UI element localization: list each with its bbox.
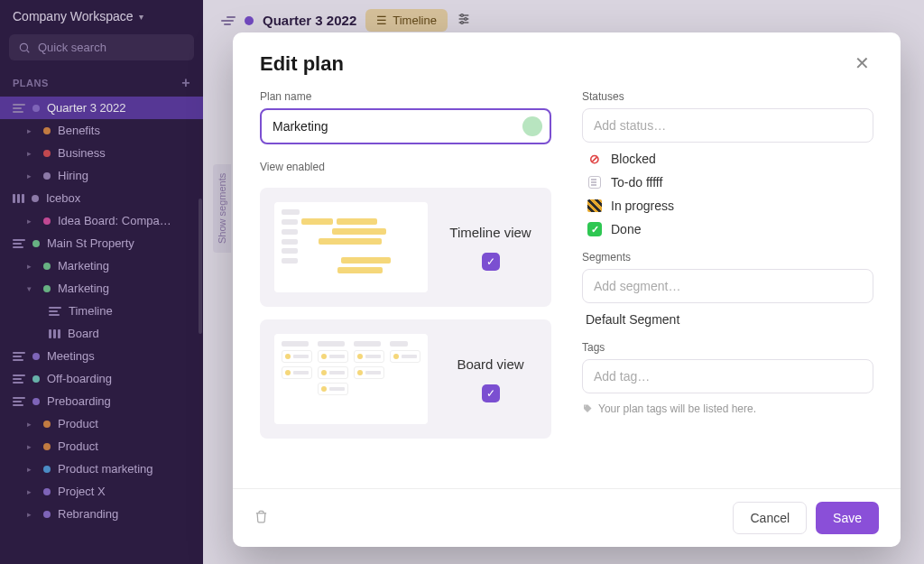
status-label: Blocked <box>611 152 656 166</box>
view-name-board: Board view <box>444 356 537 372</box>
segments-label: Segments <box>582 251 873 264</box>
tags-label: Tags <box>582 341 873 354</box>
add-segment-input[interactable] <box>582 269 873 303</box>
todo-icon <box>587 175 602 190</box>
modal-left-column: Plan name View enabled Timeline view <box>260 85 551 479</box>
edit-plan-modal: Edit plan ✕ Plan name View enabled <box>233 32 901 547</box>
statuses-label: Statuses <box>582 90 873 103</box>
delete-plan-button[interactable] <box>254 510 268 526</box>
blocked-icon: ⊘ <box>587 152 602 166</box>
timeline-view-checkbox[interactable]: ✓ <box>482 253 500 271</box>
cancel-button[interactable]: Cancel <box>733 502 807 534</box>
view-card-board: Board view ✓ <box>260 319 551 439</box>
close-icon[interactable]: ✕ <box>851 52 873 74</box>
modal-footer: Cancel Save <box>233 488 901 547</box>
tag-icon <box>582 403 593 414</box>
modal-right-column: Statuses ⊘BlockedTo-do fffffIn progress✓… <box>582 85 873 479</box>
status-row-done[interactable]: ✓Done <box>587 222 873 236</box>
view-name-timeline: Timeline view <box>444 225 537 240</box>
plan-color-swatch[interactable] <box>522 116 542 136</box>
tag-hint-text: Your plan tags will be listed here. <box>598 402 756 415</box>
status-label: To-do fffff <box>611 175 662 190</box>
plan-name-label: Plan name <box>260 90 551 103</box>
save-button[interactable]: Save <box>816 502 879 534</box>
status-row-blocked[interactable]: ⊘Blocked <box>587 152 873 166</box>
default-segment[interactable]: Default Segment <box>582 303 873 336</box>
status-row-progress[interactable]: In progress <box>587 199 873 213</box>
status-label: Done <box>611 222 641 236</box>
status-row-todo[interactable]: To-do fffff <box>587 175 873 190</box>
add-status-input[interactable] <box>582 108 873 143</box>
status-list: ⊘BlockedTo-do fffffIn progress✓Done <box>582 152 873 236</box>
tag-hint: Your plan tags will be listed here. <box>582 402 873 415</box>
in-progress-icon <box>587 199 602 213</box>
add-tag-input[interactable] <box>582 359 873 393</box>
view-enabled-label: View enabled <box>260 161 551 173</box>
done-icon: ✓ <box>587 222 602 236</box>
status-label: In progress <box>611 199 674 213</box>
timeline-preview <box>274 202 428 292</box>
modal-title: Edit plan <box>260 52 851 76</box>
board-view-checkbox[interactable]: ✓ <box>482 384 500 402</box>
plan-name-input[interactable] <box>260 108 551 144</box>
view-card-timeline: Timeline view ✓ <box>260 188 551 307</box>
board-preview <box>274 334 428 424</box>
